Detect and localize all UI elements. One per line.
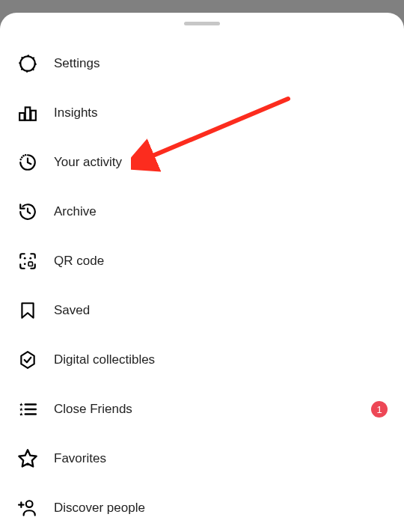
menu-item-saved[interactable]: Saved — [0, 286, 404, 335]
svg-point-5 — [29, 257, 31, 260]
qrcode-icon — [16, 250, 39, 272]
svg-rect-1 — [19, 113, 25, 120]
menu-item-qr-code[interactable]: QR code — [0, 236, 404, 286]
insights-icon — [16, 102, 39, 124]
menu-label: Digital collectibles — [54, 352, 155, 367]
drag-handle[interactable] — [184, 22, 220, 25]
notification-badge: 1 — [371, 401, 388, 418]
menu-label: QR code — [54, 254, 104, 269]
saved-icon — [16, 299, 39, 322]
menu-label: Discover people — [54, 501, 145, 516]
menu-item-favorites[interactable]: Favorites — [0, 434, 404, 483]
menu-list: Settings Insights Your activity — [0, 39, 404, 532]
menu-item-archive[interactable]: Archive — [0, 187, 404, 236]
menu-label: Close Friends — [54, 402, 132, 417]
collectibles-icon — [16, 349, 39, 371]
menu-label: Saved — [54, 303, 90, 318]
menu-item-digital-collectibles[interactable]: Digital collectibles — [0, 335, 404, 385]
menu-item-close-friends[interactable]: Close Friends 1 — [0, 385, 404, 434]
menu-label: Archive — [54, 204, 97, 219]
archive-icon — [16, 201, 39, 223]
activity-icon — [16, 151, 39, 174]
menu-label: Favorites — [54, 451, 106, 466]
closefriends-icon — [16, 398, 39, 421]
svg-point-4 — [24, 257, 26, 260]
svg-rect-3 — [31, 111, 36, 120]
svg-rect-7 — [28, 262, 32, 266]
menu-label: Your activity — [54, 155, 122, 170]
menu-item-settings[interactable]: Settings — [0, 39, 404, 88]
menu-item-your-activity[interactable]: Your activity — [0, 138, 404, 187]
menu-label: Settings — [54, 56, 100, 71]
menu-item-discover-people[interactable]: Discover people — [0, 483, 404, 532]
settings-icon — [16, 52, 39, 75]
bottom-sheet: Settings Insights Your activity — [0, 13, 404, 532]
discover-icon — [16, 497, 39, 519]
svg-point-11 — [26, 501, 33, 507]
svg-rect-2 — [25, 107, 31, 120]
svg-point-6 — [24, 263, 26, 265]
menu-item-insights[interactable]: Insights — [0, 88, 404, 138]
menu-label: Insights — [54, 106, 98, 120]
favorites-icon — [16, 447, 39, 470]
